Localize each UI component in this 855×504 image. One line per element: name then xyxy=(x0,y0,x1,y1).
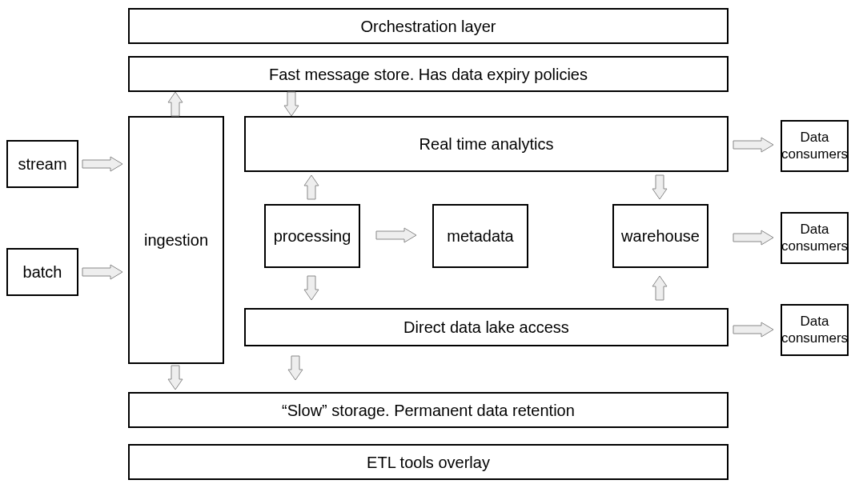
arrow-lake-to-consumer xyxy=(733,322,773,337)
arrow-lake-to-warehouse xyxy=(652,276,667,300)
arrows-layer xyxy=(0,0,855,504)
arrow-realtime-to-consumer xyxy=(733,138,773,152)
arrow-stream-to-ingestion xyxy=(82,157,122,171)
arrow-processing-to-lake xyxy=(304,276,319,300)
arrow-lake-to-slowstorage xyxy=(288,356,303,380)
arrow-warehouse-to-consumer xyxy=(733,230,773,245)
arrow-processing-to-realtime xyxy=(304,175,319,199)
arrow-realtime-to-warehouse xyxy=(652,175,667,199)
arrow-ingestion-to-faststore xyxy=(168,92,183,116)
arrow-batch-to-ingestion xyxy=(82,265,122,279)
arrow-faststore-to-realtime xyxy=(284,92,299,116)
arrow-ingestion-to-slowstorage xyxy=(168,366,183,390)
arrow-processing-to-metadata xyxy=(376,228,416,242)
